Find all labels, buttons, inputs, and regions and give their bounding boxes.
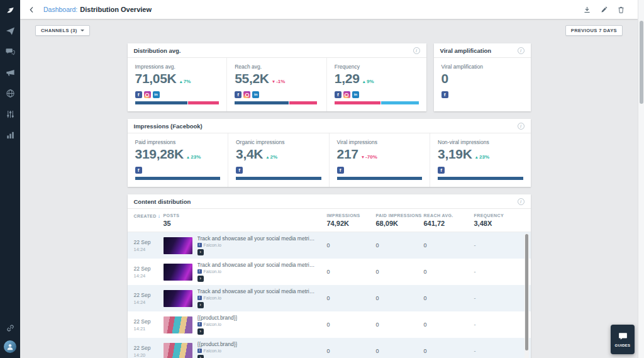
bar-segment [135, 101, 188, 104]
download-icon[interactable] [583, 6, 591, 14]
chat-bubbles-icon[interactable] [5, 47, 15, 57]
column-header-posts[interactable]: POSTS [164, 213, 327, 218]
sidebar-bottom [4, 323, 16, 353]
user-avatar[interactable] [4, 340, 16, 353]
bar-segment [289, 101, 317, 104]
bar-chart-icon[interactable] [5, 130, 15, 140]
card-body: Impressions avg. 71,05K ▲ 7% [128, 58, 426, 111]
delta-indicator: ▲ 23% [186, 154, 201, 160]
topbar-actions [583, 6, 625, 14]
delta-arrow-icon: ▼ [361, 155, 365, 159]
info-icon[interactable] [518, 123, 525, 130]
metric-frequency: Frequency 1,29 ▲ 9% [327, 58, 426, 111]
globe-icon[interactable] [5, 88, 15, 98]
facebook-icon [441, 91, 448, 98]
delta-indicator: ▲ 2% [265, 154, 277, 160]
post-time: 14:24 [134, 299, 164, 305]
info-icon[interactable] [518, 47, 525, 54]
cards-container: Distribution avg. Impressions avg. 71,05… [128, 43, 531, 358]
table-scrollbar-thumb[interactable] [525, 234, 528, 350]
delta-value: 23% [479, 154, 489, 160]
metric-label: Non-viral impressions [438, 139, 523, 145]
metric-impressions-avg: Impressions avg. 71,05K ▲ 7% [128, 58, 228, 111]
column-header-reach-avg[interactable]: REACH AVG. [424, 213, 474, 218]
guides-button[interactable]: GUIDES [611, 325, 635, 354]
card-header: Distribution avg. [128, 43, 426, 58]
created-cell: 22 Sep 14:24 [134, 292, 164, 305]
column-total: 3,48X [474, 220, 531, 227]
edit-pencil-icon[interactable] [600, 6, 608, 14]
instagram-icon [243, 91, 250, 98]
column-header-paid-impressions[interactable]: PAID IMPRESSIONS [376, 213, 424, 218]
channel-icons [441, 91, 523, 98]
column-total: 641,72 [424, 220, 474, 227]
bar-segment [438, 177, 523, 180]
created-cell: 22 Sep 14:24 [134, 239, 164, 252]
metric-label: Frequency [335, 64, 419, 70]
info-icon[interactable] [413, 47, 420, 54]
column-label: PAID IMPRESSIONS [376, 213, 422, 218]
breadcrumb[interactable]: Dashboard: [43, 6, 77, 13]
facebook-icon [235, 91, 242, 98]
delta-arrow-icon: ▲ [265, 155, 269, 159]
channel-icons [236, 167, 321, 174]
bar-segment [236, 177, 321, 180]
distribution-avg-card: Distribution avg. Impressions avg. 71,05… [128, 43, 426, 111]
channel-distribution-bar [236, 177, 321, 180]
table-row[interactable]: 22 Sep 14:24 Track and showcase all your… [128, 232, 531, 259]
chat-bubble-icon [618, 332, 628, 341]
column-header-impressions[interactable]: IMPRESSIONS [327, 213, 376, 218]
post-thumbnail [164, 343, 192, 358]
facebook-icon [337, 167, 344, 174]
delta-arrow-icon: ▲ [475, 155, 479, 159]
post-title: Track and showcase all your social media… [197, 262, 316, 268]
delta-indicator: ▼ -70% [361, 154, 377, 160]
card-body: Paid impressions 319,28K ▲ 23% [128, 133, 531, 187]
megaphone-icon[interactable] [5, 67, 15, 77]
table-row[interactable]: 22 Sep 14:24 Track and showcase all your… [128, 285, 531, 311]
main-content: CHANNELS (3) PREVIOUS 7 DAYS Distributio… [20, 19, 638, 358]
reach-avg-value: 0 [424, 295, 474, 301]
post-title: {{product.brand}} [197, 341, 238, 347]
table-row[interactable]: 22 Sep 14:21 {{product.brand}} Falcon.io [128, 311, 531, 338]
created-cell: 22 Sep 14:21 [134, 318, 164, 332]
paid-impressions-value: 0 [376, 269, 424, 275]
column-header-frequency[interactable]: FREQUENCY [474, 213, 531, 218]
facebook-icon [135, 167, 142, 174]
frequency-value: - [474, 322, 531, 328]
column-header-created[interactable]: CREATED [134, 213, 164, 219]
page-scrollbar[interactable] [638, 0, 644, 358]
channels-filter-button[interactable]: CHANNELS (3) [35, 25, 90, 36]
card-header: Content distribution [128, 194, 531, 209]
dark-post-icon [197, 355, 204, 358]
post-source: Falcon.io [197, 322, 238, 327]
channel-icons [235, 91, 319, 98]
info-icon[interactable] [518, 198, 525, 205]
facebook-icon [236, 167, 243, 174]
facebook-icon [135, 91, 142, 98]
back-button[interactable] [28, 6, 36, 14]
delta-arrow-icon: ▼ [272, 79, 275, 84]
post-time: 14:24 [134, 247, 164, 252]
equalizer-icon[interactable] [5, 109, 15, 119]
bar-segment [337, 177, 423, 180]
column-total: 74,92K [327, 220, 376, 227]
filter-row: CHANNELS (3) PREVIOUS 7 DAYS [20, 19, 638, 36]
channel-distribution-bar [438, 177, 523, 180]
frequency-value: - [474, 269, 531, 275]
table-row[interactable]: 22 Sep 14:20 {{product.brand}} Falcon.io [128, 338, 531, 358]
linkedin-icon [352, 91, 359, 98]
facebook-icon [197, 296, 202, 300]
paper-plane-icon[interactable] [5, 26, 15, 36]
table-scrollbar[interactable] [525, 233, 529, 358]
page-scrollbar-thumb[interactable] [640, 21, 643, 104]
delta-indicator: ▲ 7% [179, 79, 191, 84]
metric-reach-avg: Reach avg. 55,2K ▼ -1% [227, 58, 327, 111]
table-row[interactable]: 22 Sep 14:24 Track and showcase all your… [128, 259, 531, 285]
post-date: 22 Sep [134, 318, 164, 325]
date-range-button[interactable]: PREVIOUS 7 DAYS [565, 25, 623, 36]
post-time: 14:20 [134, 352, 164, 358]
post-title: {{product.brand}} [197, 315, 238, 321]
delete-trash-icon[interactable] [617, 6, 625, 14]
link-icon[interactable] [5, 323, 15, 333]
